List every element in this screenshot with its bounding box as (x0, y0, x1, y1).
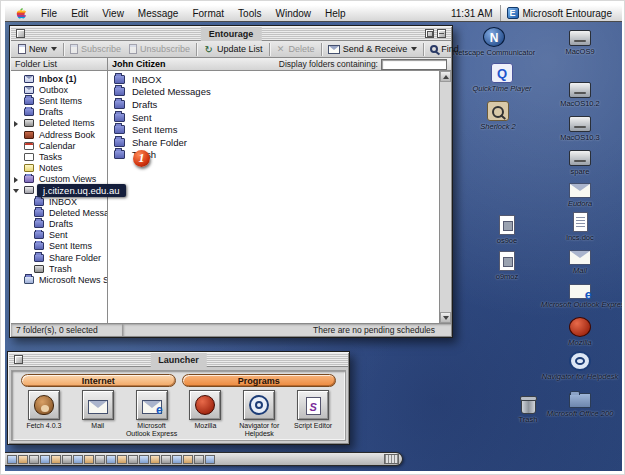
desktop-icon-macos10-2[interactable]: MacOS10.2 (541, 79, 619, 108)
desktop-icon-mozilla[interactable]: Mozilla (541, 317, 619, 347)
desktop-icon-quicktime-player[interactable]: QuickTime Player (463, 63, 541, 93)
control-strip-module[interactable] (62, 455, 72, 464)
folder-row-drafts[interactable]: Drafts (108, 98, 439, 111)
disclosure-triangle-icon[interactable] (14, 121, 18, 127)
sidebar-item-notes[interactable]: Notes (11, 163, 107, 174)
folder-row-sent-items[interactable]: Sent Items (108, 123, 439, 136)
send-receive-button[interactable]: Send & Receive (324, 44, 422, 54)
desktop-icon-mail[interactable]: Mail (541, 247, 619, 275)
folder-row-sent[interactable]: Sent (108, 111, 439, 124)
control-strip-module[interactable] (128, 455, 138, 464)
control-strip-module[interactable] (205, 455, 215, 464)
disclosure-triangle-icon[interactable] (14, 177, 18, 183)
control-strip-tab[interactable] (384, 454, 399, 464)
control-strip-module[interactable] (95, 455, 105, 464)
mail-button[interactable] (82, 390, 114, 420)
desktop-icon-macos9[interactable]: MacOS9 (541, 27, 619, 56)
entourage-title-bar[interactable]: Entourage (11, 27, 451, 41)
scroll-down-arrow[interactable] (440, 312, 451, 323)
desktop-icon-navigator-helpdesk[interactable]: Navigator for Helpdesk (541, 351, 619, 381)
launcher-item-script-editor[interactable]: Script Editor (286, 390, 340, 438)
menu-message[interactable]: Message (131, 5, 186, 21)
sidebar-item-tasks[interactable]: Tasks (11, 151, 107, 162)
launcher-item-mail[interactable]: Mail (71, 390, 125, 438)
disclosure-triangle-icon[interactable] (13, 189, 19, 193)
menu-edit[interactable]: Edit (64, 5, 95, 21)
close-button[interactable] (16, 29, 25, 38)
launcher-item-outlook-express[interactable]: Microsoft Outlook Express (125, 390, 179, 438)
control-strip-module[interactable] (51, 455, 61, 464)
control-strip-module[interactable] (7, 455, 17, 464)
desktop-icon-netscape-communicator[interactable]: Netscape Communicator (452, 27, 536, 57)
folder-row-share-folder[interactable]: Share Folder (108, 136, 439, 149)
launcher-item-navigator[interactable]: Navigator for Helpdesk (232, 390, 286, 438)
tab-programs[interactable]: Programs (182, 374, 337, 387)
tab-internet[interactable]: Internet (21, 374, 176, 387)
zoom-button[interactable] (425, 29, 434, 38)
navigator-button[interactable] (243, 390, 275, 420)
close-button[interactable] (14, 355, 23, 364)
control-strip-module[interactable] (84, 455, 94, 464)
delete-button[interactable]: Delete (272, 44, 319, 54)
script-editor-button[interactable] (297, 390, 329, 420)
sidebar-item-sent-items[interactable]: Sent Items (11, 95, 107, 106)
menu-file[interactable]: File (34, 5, 64, 21)
control-strip-module[interactable] (139, 455, 149, 464)
sidebar-item-account-sent-items[interactable]: Sent Items (11, 241, 107, 252)
control-strip-module[interactable] (18, 455, 28, 464)
mozilla-button[interactable] (189, 390, 221, 420)
sidebar-item-account-drafts[interactable]: Drafts (11, 218, 107, 229)
launcher-item-fetch[interactable]: Fetch 4.0.3 (17, 390, 71, 438)
control-strip-module[interactable] (172, 455, 182, 464)
control-strip-module[interactable] (194, 455, 204, 464)
apple-menu[interactable] (9, 5, 34, 21)
desktop-icon-os9oe[interactable]: os9oe (468, 215, 546, 245)
control-strip-module[interactable] (183, 455, 193, 464)
control-strip-module[interactable] (106, 455, 116, 464)
control-strip-module[interactable] (161, 455, 171, 464)
sidebar-item-drafts[interactable]: Drafts (11, 107, 107, 118)
control-strip-module[interactable] (117, 455, 127, 464)
folder-row-trash[interactable]: Trash (108, 149, 439, 162)
control-strip[interactable] (5, 452, 403, 466)
sidebar-item-deleted-items[interactable]: Deleted Items (11, 118, 107, 129)
sidebar-item-account-inbox[interactable]: INBOX (11, 196, 107, 207)
desktop-icon-lncs-doc[interactable]: lncs.doc (541, 212, 619, 242)
folder-row-deleted-messages[interactable]: Deleted Messages (108, 86, 439, 99)
fetch-button[interactable] (28, 390, 60, 420)
sidebar-item-account-sent[interactable]: Sent (11, 230, 107, 241)
application-menu[interactable]: Microsoft Entourage (501, 5, 619, 21)
launcher-item-mozilla[interactable]: Mozilla (178, 390, 232, 438)
desktop-icon-microsoft-office[interactable]: Microsoft Office 200 (541, 389, 619, 418)
scroll-up-arrow[interactable] (440, 71, 451, 82)
desktop-icon-o9moz[interactable]: o9moz (468, 251, 546, 281)
menu-tools[interactable]: Tools (231, 5, 268, 21)
control-strip-module[interactable] (73, 455, 83, 464)
collapse-button[interactable] (437, 29, 446, 38)
sidebar-item-account-trash[interactable]: Trash (11, 263, 107, 274)
sidebar-item-inbox[interactable]: Inbox (1) (11, 73, 107, 84)
vertical-scrollbar[interactable] (439, 71, 451, 323)
desktop-icon-macos10-3[interactable]: MacOS10.3 (541, 113, 619, 142)
menu-format[interactable]: Format (185, 5, 231, 21)
sidebar-item-address-book[interactable]: Address Book (11, 129, 107, 140)
desktop-icon-outlook-express[interactable]: Microsoft Outlook Express (541, 281, 619, 309)
sidebar-item-outbox[interactable]: Outbox (11, 84, 107, 95)
outlook-express-button[interactable] (136, 390, 168, 420)
folder-filter-input[interactable] (381, 59, 447, 70)
subscribe-button[interactable]: Subscribe (66, 44, 125, 54)
sidebar-item-account-selected[interactable]: j.citizen.uq.edu.au (11, 185, 107, 196)
desktop-icon-sherlock-2[interactable]: Sherlock 2 (459, 101, 537, 131)
sidebar-item-calendar[interactable]: Calendar (11, 140, 107, 151)
new-button[interactable]: New (14, 44, 61, 54)
update-list-button[interactable]: Update List (199, 44, 267, 55)
sidebar-item-news-server[interactable]: Microsoft News Server (11, 274, 107, 285)
control-strip-module[interactable] (150, 455, 160, 464)
launcher-title-bar[interactable]: Launcher (9, 353, 348, 367)
desktop-icon-eudora[interactable]: Eudora (541, 180, 619, 208)
menu-help[interactable]: Help (318, 5, 353, 21)
folder-row-inbox[interactable]: INBOX (108, 73, 439, 86)
sidebar-item-account-share-folder[interactable]: Share Folder (11, 252, 107, 263)
desktop-icon-spare[interactable]: spare (541, 147, 619, 176)
control-strip-module[interactable] (40, 455, 50, 464)
